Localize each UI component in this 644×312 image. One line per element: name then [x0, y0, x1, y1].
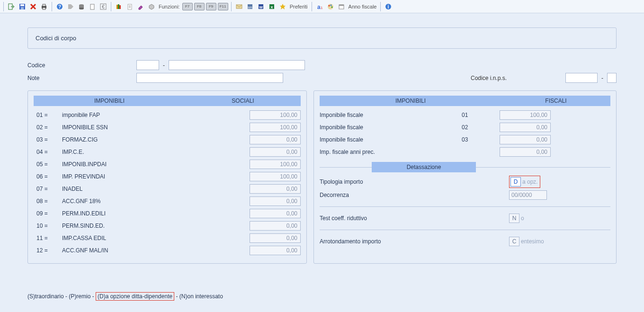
calendar-icon[interactable]: [337, 2, 346, 11]
svg-text:a: a: [317, 4, 321, 10]
row-code: 01 =: [34, 112, 62, 118]
svg-rect-3: [21, 7, 24, 9]
tipologia-code-input[interactable]: D: [510, 177, 521, 187]
info-icon[interactable]: i: [384, 2, 393, 11]
row-value[interactable]: 100,00: [250, 110, 301, 120]
row-value[interactable]: 0,00: [250, 209, 301, 218]
sociali-row: 12 =ACC.GNF MAL/IN0,00: [34, 244, 301, 257]
sociali-row: 04 =IMP.C.E.0,00: [34, 146, 301, 158]
note-input[interactable]: [136, 73, 283, 83]
eraser-icon[interactable]: [136, 2, 145, 11]
row-label: Imponibile fiscale: [320, 136, 462, 143]
exit-icon[interactable]: [7, 2, 16, 11]
svg-point-33: [330, 4, 331, 6]
fiscali-row: Imponibile fiscale01100,00: [320, 109, 610, 121]
svg-point-11: [79, 8, 84, 9]
mail-icon[interactable]: [234, 2, 244, 11]
f8-key[interactable]: F8: [194, 3, 205, 10]
anno-fiscale-label: Anno fiscale: [349, 4, 377, 9]
word-icon[interactable]: W: [256, 2, 266, 11]
test-coeff-code[interactable]: N: [509, 214, 519, 223]
row-value[interactable]: 0,00: [250, 147, 301, 157]
row-code: 03 =: [34, 136, 62, 143]
svg-text:X: X: [270, 5, 273, 9]
sociali-row: 05 =IMPONIB.INPDAI100,00: [34, 158, 301, 170]
row-value[interactable]: 0,00: [250, 135, 301, 144]
row-code: 10 =: [34, 223, 62, 229]
row-label: IMP. PREVINDAI: [62, 173, 250, 180]
codice-input-1[interactable]: [136, 60, 159, 70]
row-value[interactable]: 0,00: [250, 246, 301, 255]
footer-prefix: (S)traordinario - (P)remio -: [27, 293, 96, 300]
delete-icon[interactable]: [28, 2, 38, 11]
row-value[interactable]: 0,00: [250, 184, 301, 194]
footer-highlighted: (D)a opzione ditta-dipendente: [96, 292, 174, 301]
row-idx: 03: [462, 136, 500, 143]
euro-icon[interactable]: €: [98, 2, 108, 11]
arrot-label: Arrotondamento importo: [320, 238, 509, 245]
svg-rect-15: [116, 5, 118, 9]
database-icon[interactable]: [77, 2, 86, 11]
row-value[interactable]: 100,00: [250, 172, 301, 181]
arrot-code[interactable]: C: [509, 237, 519, 246]
row-label: PERM.SIND.ED.: [62, 223, 250, 229]
row-label: IMP.C.E.: [62, 149, 250, 155]
codice-label: Codice: [27, 62, 136, 69]
tipologia-label: Tipologia importo: [320, 178, 509, 185]
row-code: 06 =: [34, 173, 62, 180]
star-icon[interactable]: [278, 2, 287, 11]
row-label: INADEL: [62, 186, 250, 192]
sociali-row: 11 =IMP.CASSA EDIL0,00: [34, 232, 301, 244]
cube-icon[interactable]: [147, 2, 156, 11]
row-value[interactable]: 0,00: [250, 221, 301, 231]
right-panel-header: IMPONIBILI FISCALI: [320, 96, 610, 106]
row-label: IMP.CASSA EDIL: [62, 235, 250, 241]
inps-input-1[interactable]: [565, 73, 598, 83]
font-icon[interactable]: a1: [315, 2, 324, 11]
imponibili-sociali-panel: IMPONIBILI SOCIALI 01 =imponibile FAP100…: [27, 90, 307, 264]
row-value[interactable]: 0,00: [500, 123, 551, 132]
sociali-row: 06 =IMP. PREVINDAI100,00: [34, 170, 301, 183]
row-value[interactable]: 0,00: [500, 135, 551, 144]
row-code: 12 =: [34, 247, 62, 254]
row-value[interactable]: 100,00: [500, 110, 551, 120]
row-value[interactable]: 0,00: [500, 147, 551, 157]
row-code: 09 =: [34, 210, 62, 217]
codice-input-2[interactable]: [169, 60, 305, 70]
sociali-row: 10 =PERM.SIND.ED.0,00: [34, 220, 301, 232]
page-title: Codici di corpo: [27, 27, 617, 49]
row-code: 07 =: [34, 186, 62, 192]
save-icon[interactable]: [18, 2, 27, 11]
note-icon[interactable]: [125, 2, 134, 11]
row-value[interactable]: 100,00: [250, 123, 301, 132]
f7-key[interactable]: F7: [182, 3, 193, 10]
print-icon[interactable]: [39, 2, 49, 11]
row-value[interactable]: 0,00: [250, 233, 301, 243]
row-label: Imponibile fiscale: [320, 124, 462, 131]
left-col1: IMPONIBILI: [34, 98, 185, 104]
f9-key[interactable]: F9: [206, 3, 216, 10]
fiscali-row: Imp. fiscale anni prec.0,00: [320, 146, 610, 158]
svg-text:sm: sm: [248, 6, 252, 9]
svg-point-34: [331, 6, 332, 8]
calc-icon[interactable]: sm: [245, 2, 255, 11]
svg-rect-16: [118, 4, 119, 9]
imponibili-fiscali-panel: IMPONIBILI FISCALI Imponibile fiscale011…: [313, 90, 617, 264]
sociali-row: 08 =ACC.GNF 18%0,00: [34, 195, 301, 207]
arrot-suffix: entesimo: [521, 238, 544, 245]
books-icon[interactable]: [114, 2, 124, 11]
row-value[interactable]: 100,00: [250, 160, 301, 169]
sociali-row: 02 =IMPONIBILE SSN100,00: [34, 121, 301, 134]
row-value[interactable]: 0,00: [250, 196, 301, 206]
row-idx: 01: [462, 112, 500, 118]
sociali-row: 03 =FORMAZ.CIG0,00: [34, 134, 301, 146]
decorrenza-value[interactable]: 00/0000: [509, 190, 547, 200]
palette-icon[interactable]: [326, 2, 335, 11]
excel-icon[interactable]: X: [267, 2, 277, 11]
tag-icon[interactable]: [66, 2, 75, 11]
help-icon[interactable]: ?: [55, 2, 64, 11]
f11-key[interactable]: F11: [218, 3, 228, 10]
row-label: PERM.IND.EDILI: [62, 210, 250, 217]
new-doc-icon[interactable]: [88, 2, 97, 11]
inps-input-2[interactable]: [607, 73, 617, 83]
